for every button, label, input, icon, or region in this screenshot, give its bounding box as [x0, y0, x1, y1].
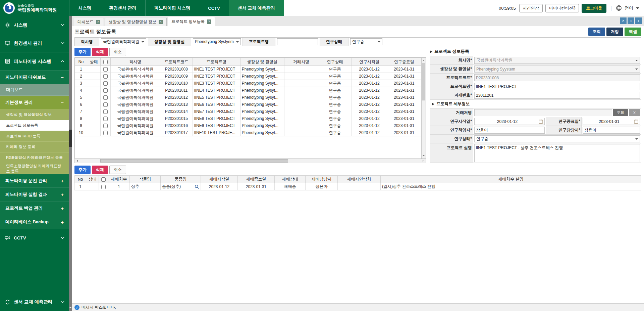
sidebar-item-env-sensor[interactable]: 환경센서 관리	[0, 34, 69, 52]
select-all-checkbox[interactable]	[103, 60, 108, 64]
user-account-button[interactable]: 아이티컨버전3	[545, 4, 579, 12]
row-checkbox[interactable]	[103, 74, 108, 79]
table-row[interactable]: 7 국립원예특작과학원 P202301014 lINE7 TEST PROJEC…	[75, 108, 421, 115]
client-clear-button[interactable]: X	[629, 109, 640, 116]
sidebar-item-basic-info-group[interactable]: 기본정보 관리 −	[0, 96, 69, 109]
table-row[interactable]: 6 국립원예특작과학원 P202301013 lINE6 TEST PROJEC…	[75, 101, 421, 108]
calendar-icon[interactable]	[539, 119, 543, 124]
save-button[interactable]: 저장	[606, 28, 623, 36]
row-checkbox[interactable]	[103, 102, 108, 107]
room-filter-select[interactable]: Phenotyping Systyem	[193, 38, 241, 45]
tab-scroll-right-button[interactable]: ›	[635, 17, 642, 24]
search-button[interactable]: 조회	[588, 28, 605, 36]
expand-icon[interactable]: +	[61, 178, 64, 184]
research-leader-field[interactable]	[474, 127, 545, 134]
detail-room-select[interactable]: Phenotyping Syystem	[474, 65, 640, 73]
logout-button[interactable]: 로그아웃	[582, 4, 606, 13]
project-name-input[interactable]	[277, 38, 318, 45]
table-row[interactable]: 2 국립원예특작과학원 P202301009 lINE2 TEST PROJEC…	[75, 73, 421, 80]
row-checkbox[interactable]	[103, 117, 108, 121]
sidebar-scrollbar-handle[interactable]	[69, 130, 72, 147]
sidebar-item-phenotyping[interactable]: 피노타이핑 시스템	[0, 52, 69, 71]
collapse-icon[interactable]: −	[61, 100, 64, 105]
tab-scroll-left-button[interactable]: ‹	[628, 17, 634, 24]
scroll-left-icon[interactable]	[76, 160, 78, 162]
tab-growth-room-info[interactable]: 생장상 및 영상촬영실 정보 ×	[105, 18, 167, 26]
scroll-up-icon[interactable]	[423, 59, 425, 61]
task-number-field[interactable]	[474, 92, 640, 99]
sidebar-item-rgb-camera-coord[interactable]: RGB촬영실 카메라좌표정보 등록	[0, 152, 69, 163]
sidebar-scrollbar[interactable]	[69, 16, 72, 311]
client-field[interactable]	[474, 109, 612, 116]
expand-icon[interactable]: +	[61, 192, 64, 197]
cancel-button[interactable]: 취소	[109, 48, 126, 56]
sidebar-item-camera-info[interactable]: 카메라 정보 등록	[0, 142, 69, 152]
sidebar-item-system[interactable]: 시스템	[0, 16, 69, 34]
table-row[interactable]: 9 국립원예특작과학원 P202301016 lINE9 TEST PROJEC…	[75, 122, 421, 129]
select-all-checkbox[interactable]	[101, 177, 106, 182]
table-row[interactable]: 1 국립원예특작과학원 P202301008 lINE1 TEST PROJEC…	[75, 66, 421, 73]
sidebar-item-project-backup[interactable]: 프로젝트 백업 관리 +	[0, 202, 69, 215]
grid-horizontal-scrollbar[interactable]	[74, 159, 426, 163]
nav-item-env-sensor[interactable]: 환경센서 관리	[100, 0, 145, 16]
nav-item-phenotyping[interactable]: 피노타이핑 시스템	[145, 0, 199, 16]
vertical-scroll-handle[interactable]	[422, 63, 425, 100]
sidebar-scroll-down-icon[interactable]	[69, 307, 72, 310]
calendar-icon[interactable]	[634, 119, 638, 124]
sidebar-item-database-backup[interactable]: 데이타베이스 Backup +	[0, 215, 69, 229]
detail-company-select[interactable]: 국립원예특작과학원	[474, 57, 640, 64]
sidebar-item-project-register[interactable]: 프로젝트 정보등록	[0, 120, 69, 131]
add-row-button[interactable]: 추가	[74, 48, 91, 56]
row-checkbox[interactable]	[103, 88, 108, 93]
expand-icon[interactable]: +	[61, 219, 64, 225]
grid-vertical-scrollbar[interactable]	[421, 58, 426, 159]
row-checkbox[interactable]	[103, 124, 108, 128]
row-checkbox[interactable]	[103, 95, 108, 100]
sidebar-item-chlorophyll-camera-coord[interactable]: 엽록소형광촬영실 카메라좌표정보 등록	[0, 163, 69, 174]
sidebar-item-project-rfid[interactable]: 프로젝트 RFID 등록	[0, 131, 69, 142]
research-manager-field[interactable]	[583, 127, 640, 134]
delete-cultivation-button[interactable]: 삭제	[92, 166, 108, 174]
row-checkbox[interactable]	[103, 131, 108, 135]
start-date-field[interactable]: 2023-01-12	[474, 118, 545, 125]
company-filter-select[interactable]: 국립원예특작과학원	[101, 38, 146, 45]
sidebar-item-operation-mgmt[interactable]: 피노타이핑 운전 관리 +	[0, 174, 69, 188]
sidebar-item-cctv[interactable]: CCTV	[0, 229, 69, 247]
tab-project-register[interactable]: 프로젝트 정보등록 ×	[168, 17, 215, 26]
delete-row-button[interactable]: 삭제	[92, 48, 108, 56]
scroll-down-icon[interactable]	[423, 155, 425, 157]
tab-close-icon[interactable]: ×	[207, 19, 211, 24]
collapse-icon[interactable]: −	[61, 75, 64, 80]
row-checkbox[interactable]	[101, 185, 106, 189]
tab-close-icon[interactable]: ×	[96, 20, 100, 24]
table-row[interactable]: 8 국립원예특작과학원 P202301015 lINE8 TEST PROJEC…	[75, 115, 421, 122]
row-checkbox[interactable]	[103, 109, 108, 114]
nav-item-system[interactable]: 시스템	[69, 0, 100, 16]
table-row[interactable]: 3 국립원예특작과학원 P202301010 lINE3 TEST PROJEC…	[75, 80, 421, 87]
cancel-cultivation-button[interactable]: 취소	[109, 166, 126, 174]
row-checkbox[interactable]	[103, 81, 108, 86]
nav-item-cctv[interactable]: CCTV	[199, 0, 228, 16]
table-row[interactable]: 5 국립원예특작과학원 P202301012 lINE5 TEST PROJEC…	[75, 94, 421, 101]
tab-close-icon[interactable]: ×	[159, 20, 163, 24]
sidebar-item-pheno-dashboard-group[interactable]: 피노타이핑 대쉬보드 −	[0, 71, 69, 84]
row-checkbox[interactable]	[103, 67, 108, 72]
expand-icon[interactable]: +	[61, 206, 64, 211]
tab-close-all-button[interactable]: ×	[620, 17, 627, 24]
nav-item-sensor-replace[interactable]: 센서 교체 예측관리	[229, 0, 284, 16]
research-status-select[interactable]: 연구중	[474, 135, 640, 142]
sidebar-item-experiment-results[interactable]: 피노타이핑 실험 결과 +	[0, 188, 69, 202]
table-row[interactable]: 10 국립원예특작과학원 P202301017 lINE10 TEST PROJ…	[75, 129, 421, 136]
excel-export-button[interactable]: 엑셀	[625, 28, 641, 36]
sidebar-item-sensor-replace[interactable]: 센서 교체 예측관리	[0, 293, 69, 311]
search-icon[interactable]	[195, 184, 199, 189]
project-description-field[interactable]: lINE1 TEST PROJECT - 상추 건조스트레스 진행	[474, 144, 640, 162]
scroll-right-icon[interactable]	[423, 160, 425, 162]
extend-time-button[interactable]: 시간연장	[519, 4, 543, 12]
client-search-button[interactable]: 조회	[613, 109, 628, 116]
horizontal-scroll-handle[interactable]	[100, 159, 288, 163]
table-row[interactable]: 4 국립원예특작과학원 P202301011 lINE4 TEST PROJEC…	[75, 87, 421, 94]
sidebar-item-growth-room-info[interactable]: 생장상 및 영상촬영실 정보	[0, 109, 69, 120]
end-date-field[interactable]: 2023-01-31	[583, 118, 640, 125]
table-row[interactable]: 1 1 상추 품종(상추)	[75, 183, 641, 190]
